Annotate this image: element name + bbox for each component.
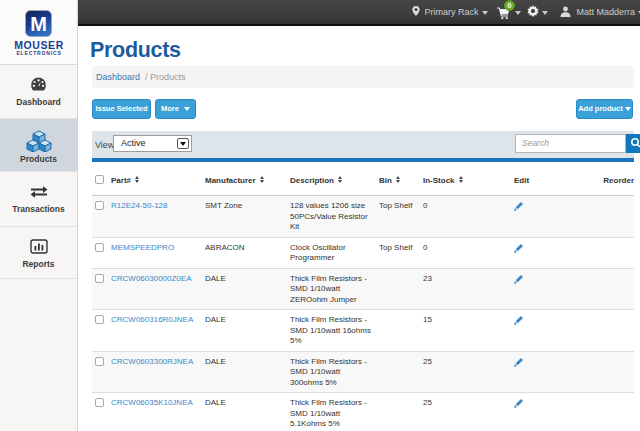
svg-text:M: M [30, 13, 47, 35]
